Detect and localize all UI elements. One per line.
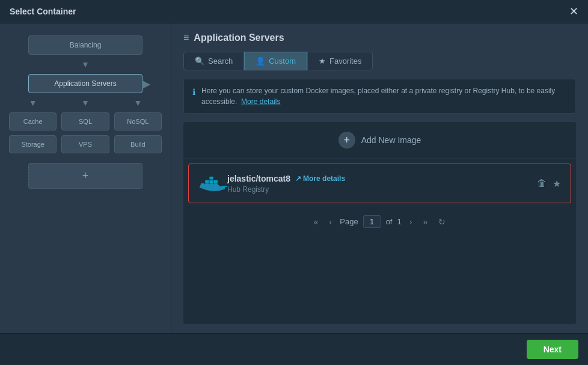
- more-details-link[interactable]: More details: [241, 97, 280, 106]
- page-number-input[interactable]: [363, 215, 381, 228]
- sidebar-item-balancing[interactable]: Balancing: [28, 35, 142, 55]
- plus-icon: +: [338, 132, 355, 149]
- section-title: ≡ Application Servers: [183, 32, 576, 43]
- refresh-button[interactable]: ↻: [435, 216, 449, 228]
- sidebar-item-nosql[interactable]: NoSQL: [114, 112, 162, 130]
- dialog-footer: Next: [0, 333, 588, 365]
- arrow-down-cache-icon: ▼: [9, 98, 57, 108]
- first-page-button[interactable]: «: [311, 216, 322, 228]
- image-info: jelastic/tomcat8 ↗ More details Hub Regi…: [227, 174, 537, 194]
- sidebar-item-app-servers[interactable]: Application Servers ▶: [28, 74, 142, 93]
- tab-custom[interactable]: 👤 Custom: [244, 52, 307, 70]
- prev-page-button[interactable]: ‹: [326, 216, 335, 228]
- arrow-down-sql-icon: ▼: [61, 98, 109, 108]
- image-more-details-link[interactable]: ↗ More details: [295, 174, 345, 183]
- close-button[interactable]: ✕: [569, 6, 578, 17]
- delete-image-button[interactable]: 🗑: [537, 178, 547, 189]
- dialog-header: Select Container ✕: [0, 0, 588, 23]
- sidebar-row-other: Storage VPS Build: [9, 135, 162, 153]
- main-content: ≡ Application Servers 🔍 Search 👤 Custom …: [171, 23, 588, 333]
- svg-rect-7: [209, 177, 213, 180]
- tab-search[interactable]: 🔍 Search: [183, 52, 244, 70]
- arrow-down-nosql-icon: ▼: [114, 98, 162, 108]
- tabs-bar: 🔍 Search 👤 Custom ★ Favorites: [183, 52, 576, 70]
- image-actions: 🗑 ★: [537, 178, 561, 189]
- image-registry: Hub Registry: [227, 185, 537, 194]
- sidebar-item-sql[interactable]: SQL: [61, 112, 109, 130]
- sidebar-arrow-right-icon: ▶: [143, 78, 150, 90]
- svg-rect-5: [209, 180, 213, 183]
- info-bar: ℹ Here you can store your custom Docker …: [183, 79, 576, 114]
- favorite-image-button[interactable]: ★: [553, 178, 561, 189]
- sidebar-item-storage[interactable]: Storage: [9, 135, 57, 153]
- info-icon: ℹ: [192, 86, 195, 99]
- select-container-dialog: Select Container ✕ Balancing ▼ Applicati…: [0, 0, 588, 365]
- next-button[interactable]: Next: [527, 340, 578, 359]
- next-page-button[interactable]: ›: [406, 216, 415, 228]
- sidebar-item-build[interactable]: Build: [114, 135, 162, 153]
- last-page-button[interactable]: »: [420, 216, 430, 228]
- sidebar-add-button[interactable]: +: [28, 163, 142, 189]
- docker-logo-icon: [198, 173, 227, 194]
- section-title-text: Application Servers: [194, 32, 284, 43]
- arrow-down-icon: ▼: [81, 60, 90, 69]
- add-new-image-button[interactable]: + Add New Image: [183, 122, 576, 159]
- svg-rect-6: [214, 180, 218, 183]
- image-area: + Add New Image: [183, 122, 576, 324]
- pagination: « ‹ Page of 1 › » ↻: [183, 208, 576, 235]
- sidebar-arrows: ▼ ▼ ▼: [9, 98, 162, 108]
- sidebar: Balancing ▼ Application Servers ▶ ▼ ▼ ▼ …: [0, 23, 171, 333]
- svg-rect-4: [205, 180, 209, 183]
- dialog-title: Select Container: [10, 7, 76, 16]
- search-icon: 🔍: [195, 57, 204, 66]
- image-name: jelastic/tomcat8 ↗ More details: [227, 174, 537, 183]
- favorites-icon: ★: [319, 57, 326, 66]
- tab-favorites[interactable]: ★ Favorites: [307, 52, 373, 70]
- sidebar-item-vps[interactable]: VPS: [61, 135, 109, 153]
- section-title-icon: ≡: [183, 32, 189, 43]
- image-item[interactable]: jelastic/tomcat8 ↗ More details Hub Regi…: [188, 164, 571, 203]
- sidebar-item-cache[interactable]: Cache: [9, 112, 57, 130]
- custom-icon: 👤: [256, 57, 265, 66]
- dialog-body: Balancing ▼ Application Servers ▶ ▼ ▼ ▼ …: [0, 23, 588, 333]
- sidebar-row-databases: Cache SQL NoSQL: [9, 112, 162, 130]
